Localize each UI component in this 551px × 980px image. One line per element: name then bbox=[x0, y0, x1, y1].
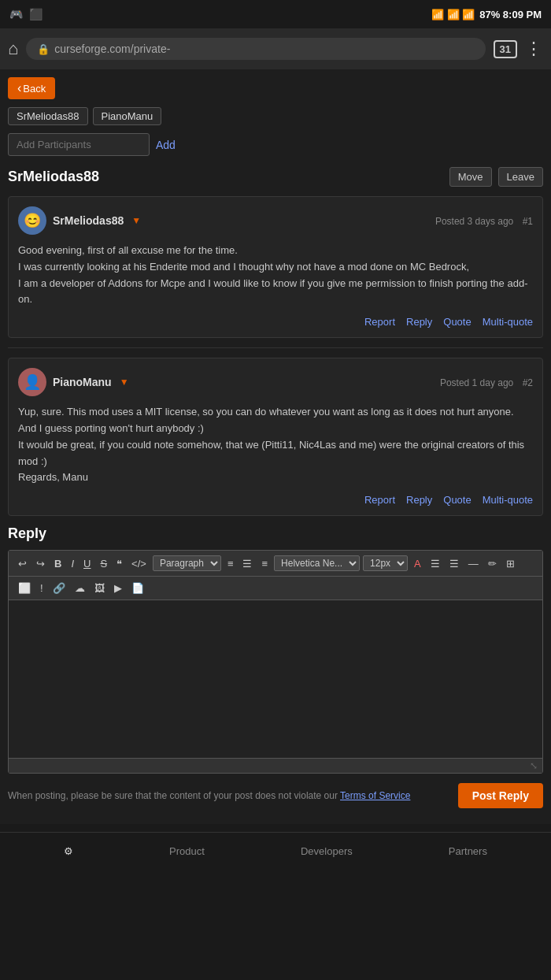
back-button[interactable]: Back bbox=[8, 77, 55, 99]
post-num-0: #1 bbox=[523, 216, 533, 227]
toolbar-hr[interactable]: — bbox=[465, 557, 482, 570]
post-header-0: 😊 SrMeliodas88 ▼ Posted 3 days ago #1 bbox=[18, 206, 533, 235]
author-name-0: SrMeliodas88 bbox=[53, 214, 124, 227]
reply-section: Reply ↩ ↪ B I U S ❝ </> Paragraph ≡ ☰ ≡ … bbox=[8, 525, 543, 808]
toolbar-align-right[interactable]: ≡ bbox=[258, 557, 271, 570]
toolbar-blockquote[interactable]: ❝ bbox=[113, 557, 125, 570]
post-meta-1: Posted 1 day ago #2 bbox=[440, 377, 533, 388]
post-quote-btn-1[interactable]: Quote bbox=[443, 494, 471, 506]
post-multiquote-btn-0[interactable]: Multi-quote bbox=[483, 316, 533, 328]
participant-tag-1[interactable]: PianoManu bbox=[93, 107, 162, 125]
url-box[interactable]: 🔒 curseforge.com/private- bbox=[26, 38, 485, 60]
post-report-btn-0[interactable]: Report bbox=[364, 316, 395, 328]
avatar-1: 👤 bbox=[18, 368, 46, 396]
post-reply-btn-1[interactable]: Reply bbox=[406, 494, 432, 506]
editor-body[interactable] bbox=[9, 600, 542, 758]
add-participants-button[interactable]: Add bbox=[156, 139, 176, 151]
toolbar-extra-1[interactable]: ⬜ bbox=[15, 581, 34, 595]
toolbar-align-center[interactable]: ☰ bbox=[239, 557, 255, 570]
toolbar-extra-4[interactable]: ☁ bbox=[72, 581, 88, 595]
toolbar-link[interactable]: ✏ bbox=[485, 557, 500, 570]
post-meta-0: Posted 3 days ago #1 bbox=[435, 215, 533, 227]
post-card-1: 👤 PianoManu ▼ Posted 1 day ago #2 Yup, s… bbox=[8, 358, 543, 516]
author-badge-1: ▼ bbox=[120, 377, 129, 388]
status-bar: 🎮 ⬛ 📶 📶 📶 87% 8:09 PM bbox=[0, 0, 551, 28]
thread-title: SrMeliodas88 bbox=[8, 169, 99, 185]
footer-item-product[interactable]: Product bbox=[169, 845, 205, 857]
toolbar-italic[interactable]: I bbox=[68, 557, 77, 570]
page-content: Back SrMeliodas88 PianoManu Add SrMeliod… bbox=[0, 69, 551, 824]
footer-logo-icon: ⚙ bbox=[64, 845, 73, 857]
move-button[interactable]: Move bbox=[449, 167, 492, 187]
lock-icon: 🔒 bbox=[37, 43, 50, 55]
toolbar-font-select[interactable]: Helvetica Ne... bbox=[274, 555, 360, 571]
home-icon[interactable]: ⌂ bbox=[8, 39, 18, 59]
toolbar-align-left[interactable]: ≡ bbox=[224, 557, 237, 570]
post-time-label-0: Posted 3 days ago bbox=[435, 216, 516, 227]
reply-title: Reply bbox=[8, 525, 543, 542]
toolbar-extra-2[interactable]: ! bbox=[37, 581, 46, 595]
participant-tag-0[interactable]: SrMeliodas88 bbox=[8, 107, 88, 125]
post-reply-btn-0[interactable]: Reply bbox=[406, 316, 432, 328]
post-num-1: #2 bbox=[523, 377, 533, 388]
post-author-0: 😊 SrMeliodas88 ▼ bbox=[18, 206, 141, 235]
footer-item-partners[interactable]: Partners bbox=[449, 845, 487, 857]
battery-percent: 87% 8:09 PM bbox=[479, 9, 542, 20]
post-author-1: 👤 PianoManu ▼ bbox=[18, 368, 129, 396]
post-notice-text: When posting, please be sure that the co… bbox=[8, 790, 410, 801]
footer: ⚙ Product Developers Partners bbox=[0, 832, 551, 870]
terms-of-service-link[interactable]: Terms of Service bbox=[340, 790, 410, 801]
post-report-btn-1[interactable]: Report bbox=[364, 494, 395, 506]
status-right-info: 📶 📶 📶 87% 8:09 PM bbox=[431, 9, 542, 20]
browser-bar: ⌂ 🔒 curseforge.com/private- 31 ⋮ bbox=[0, 28, 551, 69]
post-notice: When posting, please be sure that the co… bbox=[8, 783, 543, 808]
avatar-0: 😊 bbox=[18, 206, 46, 235]
status-icons: 📶 📶 📶 bbox=[431, 9, 475, 20]
app-icon: ⬛ bbox=[29, 8, 43, 20]
url-text: curseforge.com/private- bbox=[54, 43, 170, 55]
post-header-1: 👤 PianoManu ▼ Posted 1 day ago #2 bbox=[18, 368, 533, 396]
post-actions-1: Report Reply Quote Multi-quote bbox=[18, 494, 533, 506]
author-name-1: PianoManu bbox=[53, 376, 112, 388]
post-body-1: Yup, sure. This mod uses a MIT license, … bbox=[18, 404, 533, 486]
toolbar-redo[interactable]: ↪ bbox=[33, 557, 48, 570]
toolbar-strikethrough[interactable]: S bbox=[97, 557, 110, 570]
author-badge-0: ▼ bbox=[131, 215, 141, 226]
toolbar-fontsize-select[interactable]: 12px bbox=[363, 555, 408, 571]
post-divider bbox=[8, 347, 543, 348]
thread-actions: Move Leave bbox=[449, 167, 543, 187]
add-participants-input[interactable] bbox=[8, 133, 150, 156]
toolbar-code[interactable]: </> bbox=[128, 557, 150, 570]
post-body-0: Good evening, first of all excuse me for… bbox=[18, 243, 533, 308]
add-participants-row: Add bbox=[8, 133, 543, 156]
toolbar-list-ol[interactable]: ☰ bbox=[446, 557, 462, 570]
post-actions-0: Report Reply Quote Multi-quote bbox=[18, 316, 533, 328]
thread-header: SrMeliodas88 Move Leave bbox=[8, 167, 543, 187]
post-quote-btn-0[interactable]: Quote bbox=[443, 316, 471, 328]
participants-row: SrMeliodas88 PianoManu bbox=[8, 107, 543, 125]
footer-logo: ⚙ bbox=[64, 845, 73, 857]
toolbar-table[interactable]: ⊞ bbox=[503, 557, 518, 570]
toolbar-undo[interactable]: ↩ bbox=[15, 557, 30, 570]
toolbar-underline[interactable]: U bbox=[80, 557, 94, 570]
toolbar-bold[interactable]: B bbox=[51, 557, 65, 570]
leave-button[interactable]: Leave bbox=[498, 167, 543, 187]
game-icon: 🎮 bbox=[9, 8, 23, 20]
browser-menu-icon[interactable]: ⋮ bbox=[525, 39, 543, 59]
toolbar-extra-5[interactable]: 🖼 bbox=[91, 581, 108, 595]
toolbar-list-ul[interactable]: ☰ bbox=[427, 557, 443, 570]
editor-toolbar: ↩ ↪ B I U S ❝ </> Paragraph ≡ ☰ ≡ Helvet… bbox=[9, 551, 542, 577]
editor-container: ↩ ↪ B I U S ❝ </> Paragraph ≡ ☰ ≡ Helvet… bbox=[8, 550, 543, 774]
toolbar-paragraph-select[interactable]: Paragraph bbox=[153, 555, 221, 571]
footer-item-developers[interactable]: Developers bbox=[301, 845, 353, 857]
toolbar-extra-6[interactable]: ▶ bbox=[111, 581, 125, 595]
status-left-icons: 🎮 ⬛ bbox=[9, 8, 43, 20]
toolbar-font-color[interactable]: A bbox=[411, 557, 424, 570]
toolbar-extra-3[interactable]: 🔗 bbox=[50, 581, 68, 595]
toolbar-extra-7[interactable]: 📄 bbox=[128, 581, 147, 595]
post-time-label-1: Posted 1 day ago bbox=[440, 377, 516, 388]
post-reply-submit-button[interactable]: Post Reply bbox=[458, 783, 543, 808]
tab-count[interactable]: 31 bbox=[494, 40, 517, 58]
post-multiquote-btn-1[interactable]: Multi-quote bbox=[483, 494, 533, 506]
editor-resize-handle: ⤡ bbox=[9, 758, 542, 773]
